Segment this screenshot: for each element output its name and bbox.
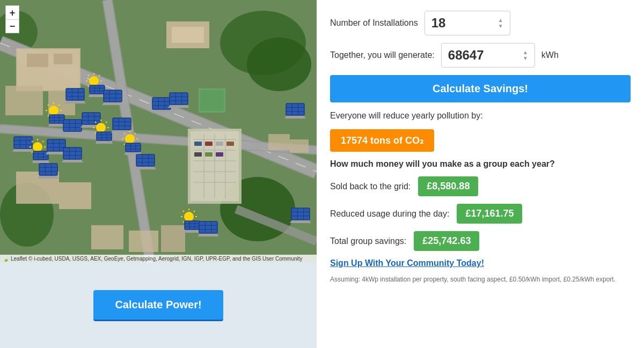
svg-line-207 xyxy=(183,221,184,223)
zoom-in-button[interactable]: + xyxy=(5,5,19,19)
svg-rect-143 xyxy=(63,147,82,159)
grid-row: Sold back to the grid: £8,580.88 xyxy=(330,176,631,196)
svg-rect-62 xyxy=(104,90,122,102)
usage-label: Reduced usage during the day: xyxy=(330,209,449,219)
svg-rect-170 xyxy=(39,164,57,175)
solar-icon-3[interactable] xyxy=(99,85,126,110)
svg-rect-28 xyxy=(216,142,223,146)
map-container: + − xyxy=(0,0,317,263)
installations-spinner[interactable]: ▲ ▼ xyxy=(498,17,503,29)
attribution-text: © i-cubed, USDA, USGS, AEX, GeoEye, Getm… xyxy=(28,256,303,262)
zoom-out-button[interactable]: − xyxy=(5,19,19,33)
map-controls: + − xyxy=(5,5,19,33)
map-background xyxy=(0,0,317,263)
svg-rect-194 xyxy=(291,208,310,220)
svg-rect-37 xyxy=(91,225,123,249)
svg-point-2 xyxy=(247,38,311,91)
svg-point-94 xyxy=(96,123,106,132)
generate-label: Together, you will generate: xyxy=(330,50,435,60)
svg-rect-41 xyxy=(66,88,84,100)
installations-label: Number of Installations xyxy=(330,18,418,28)
svg-rect-110 xyxy=(113,118,131,130)
total-label: Total group savings: xyxy=(330,236,406,246)
usage-value: £17,161.75 xyxy=(457,204,522,224)
usage-row: Reduced usage during the day: £17,161.75 xyxy=(330,204,631,224)
map-panel: + − xyxy=(0,0,317,348)
pollution-label: Everyone will reduce yearly pollution by… xyxy=(330,110,631,122)
map-attribution: 🍃 Leaflet © i-cubed, USDA, USGS, AEX, Ge… xyxy=(0,255,317,263)
svg-line-204 xyxy=(183,211,184,212)
calc-power-area: Calculate Power! xyxy=(0,263,317,348)
calculate-power-button[interactable]: Calculate Power! xyxy=(93,290,223,321)
calculate-savings-button[interactable]: Calculate Savings! xyxy=(330,75,631,102)
grid-label: Sold back to the grid: xyxy=(330,182,411,191)
svg-rect-34 xyxy=(200,90,224,111)
svg-point-46 xyxy=(89,76,99,86)
svg-rect-11 xyxy=(172,27,204,43)
generate-input[interactable] xyxy=(448,48,513,63)
svg-rect-164 xyxy=(136,154,155,166)
svg-rect-36 xyxy=(290,139,309,153)
signup-link[interactable]: Sign Up With Your Community Today! xyxy=(330,258,484,268)
gen-spinner-down[interactable]: ▼ xyxy=(523,55,528,61)
svg-rect-23 xyxy=(59,182,91,209)
svg-line-101 xyxy=(106,122,107,123)
pollution-section: Everyone will reduce yearly pollution by… xyxy=(330,110,631,122)
svg-rect-31 xyxy=(5,86,43,115)
grid-value: £8,580.88 xyxy=(418,176,478,196)
svg-line-74 xyxy=(58,105,60,106)
svg-line-129 xyxy=(32,152,33,153)
svg-line-75 xyxy=(48,115,49,116)
total-row: Total group savings: £25,742.63 xyxy=(330,231,631,251)
signup-section: Sign Up With Your Community Today! xyxy=(330,258,631,268)
total-value: £25,742.63 xyxy=(414,231,479,251)
svg-line-99 xyxy=(95,122,96,123)
svg-rect-182 xyxy=(170,93,188,105)
svg-point-67 xyxy=(49,106,58,115)
solar-icon-18[interactable] xyxy=(282,98,309,124)
spinner-up[interactable]: ▲ xyxy=(498,17,503,23)
svg-rect-215 xyxy=(199,221,217,233)
svg-rect-29 xyxy=(216,152,223,157)
svg-line-54 xyxy=(88,86,89,87)
svg-line-155 xyxy=(135,133,136,134)
svg-rect-25 xyxy=(205,142,213,146)
installations-input[interactable] xyxy=(431,16,496,31)
gen-spinner-up[interactable]: ▲ xyxy=(523,49,528,55)
solar-icon-19[interactable] xyxy=(287,203,314,228)
svg-rect-26 xyxy=(194,152,202,157)
svg-line-153 xyxy=(124,133,125,134)
generate-spinner[interactable]: ▲ ▼ xyxy=(523,49,528,61)
svg-line-53 xyxy=(99,75,100,76)
installations-input-wrapper: ▲ ▼ xyxy=(425,11,510,35)
disclaimer-text: Assuming: 4kWp installation per property… xyxy=(330,276,631,283)
svg-line-156 xyxy=(124,144,125,145)
installations-row: Number of Installations ▲ ▼ xyxy=(330,11,631,35)
svg-rect-24 xyxy=(194,142,202,146)
generate-row: Together, you will generate: ▲ ▼ kWh xyxy=(330,43,631,68)
solar-icon-14[interactable] xyxy=(132,149,159,175)
right-panel: Number of Installations ▲ ▼ Together, yo… xyxy=(317,0,644,348)
generate-unit: kWh xyxy=(541,50,559,60)
co2-badge-wrapper: 17574 tons of CO₂ xyxy=(330,129,631,152)
svg-rect-35 xyxy=(268,134,290,150)
solar-icon-15[interactable] xyxy=(35,158,62,184)
svg-line-51 xyxy=(88,75,89,76)
solar-icon-12[interactable] xyxy=(59,142,86,168)
svg-point-148 xyxy=(125,134,135,144)
svg-rect-27 xyxy=(205,152,213,157)
spinner-down[interactable]: ▼ xyxy=(498,23,503,29)
svg-rect-8 xyxy=(27,54,48,67)
svg-line-102 xyxy=(95,132,96,134)
leaflet-label: Leaflet xyxy=(11,256,27,262)
svg-line-72 xyxy=(48,105,49,106)
svg-line-206 xyxy=(194,211,195,212)
money-section-title: How much money will you make as a group … xyxy=(330,159,631,169)
generate-input-wrapper: ▲ ▼ xyxy=(441,43,535,68)
svg-line-126 xyxy=(32,141,33,142)
svg-rect-9 xyxy=(54,54,72,64)
co2-badge: 17574 tons of CO₂ xyxy=(330,129,434,152)
svg-point-121 xyxy=(33,142,42,152)
solar-icon-17[interactable] xyxy=(165,87,192,113)
solar-icon-21[interactable] xyxy=(195,216,222,242)
